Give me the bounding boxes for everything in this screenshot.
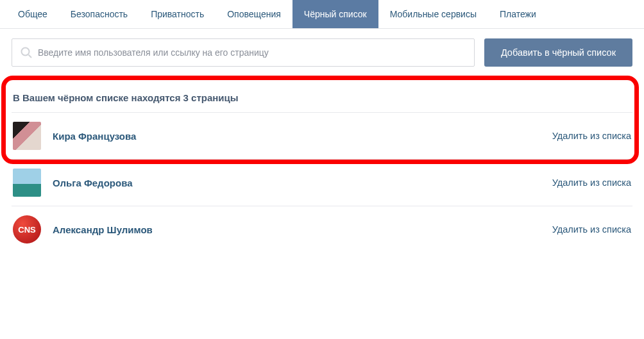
search-wrap	[12, 38, 475, 67]
avatar[interactable]	[13, 169, 41, 197]
tab-notifications[interactable]: Оповещения	[216, 0, 292, 28]
settings-page: Общее Безопасность Приватность Оповещени…	[0, 0, 644, 265]
blacklist-row: CNS Александр Шулимов Удалить из списка	[12, 206, 632, 252]
tab-payments[interactable]: Платежи	[488, 0, 548, 28]
tab-blacklist[interactable]: Чёрный список	[292, 0, 378, 28]
user-link[interactable]: Кира Французова	[53, 131, 136, 142]
tab-privacy[interactable]: Приватность	[139, 0, 216, 28]
remove-link[interactable]: Удалить из списка	[552, 178, 631, 188]
user-link[interactable]: Ольга Федорова	[53, 178, 133, 188]
blacklist-row: Кира Французова Удалить из списка	[12, 112, 632, 159]
search-row: Добавить в чёрный список	[0, 29, 644, 76]
blacklist-row: Ольга Федорова Удалить из списка	[12, 159, 632, 206]
avatar[interactable]: CNS	[13, 215, 41, 244]
blacklist-section: В Вашем чёрном списке находятся 3 страни…	[0, 76, 644, 265]
svg-line-1	[29, 55, 32, 58]
search-icon	[20, 46, 33, 59]
svg-point-0	[22, 48, 30, 56]
remove-link[interactable]: Удалить из списка	[552, 224, 631, 235]
tab-mobile[interactable]: Мобильные сервисы	[378, 0, 488, 28]
tab-security[interactable]: Безопасность	[59, 0, 139, 28]
blacklist-heading: В Вашем чёрном списке находятся 3 страни…	[12, 76, 632, 112]
user-link[interactable]: Александр Шулимов	[53, 224, 153, 235]
remove-link[interactable]: Удалить из списка	[552, 131, 631, 141]
add-to-blacklist-button[interactable]: Добавить в чёрный список	[484, 38, 632, 67]
tab-general[interactable]: Общее	[6, 0, 59, 28]
avatar[interactable]	[13, 122, 41, 150]
tabs-bar: Общее Безопасность Приватность Оповещени…	[0, 0, 644, 29]
search-input[interactable]	[38, 39, 474, 66]
